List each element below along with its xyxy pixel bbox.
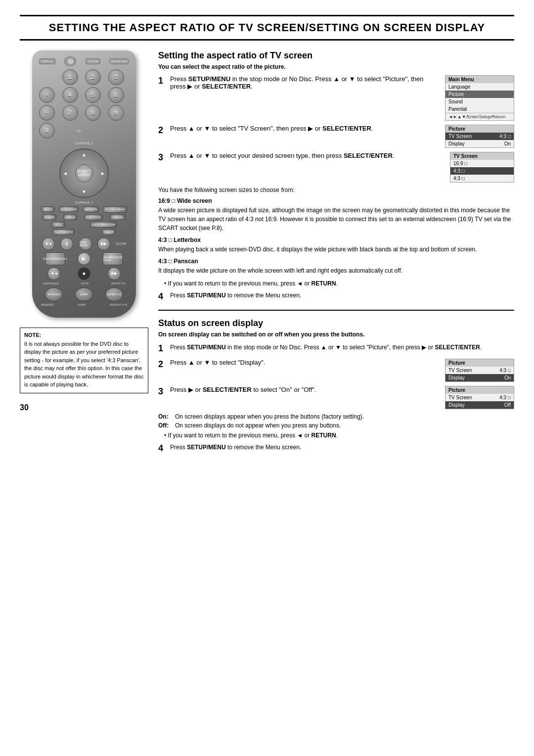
- num1-button[interactable]: 1: [62, 69, 78, 85]
- marker-button[interactable]: MARKER: [45, 287, 63, 301]
- num6-button[interactable]: 6: [108, 87, 124, 103]
- slow-rev-button[interactable]: ◄◄: [42, 237, 55, 250]
- letterbox-title: 4:3 □ Letterbox: [158, 236, 514, 243]
- s2-step1-text: Press SETUP/MENU in the stop mode or No …: [170, 343, 514, 352]
- play-button[interactable]: ▶: [78, 252, 90, 265]
- remote-container: DISPLAY ⏻ TV/DVD DVD INCLUDE 1 2 3 + 4 5: [20, 50, 148, 318]
- slow-fwd-button[interactable]: ▶▶: [97, 237, 110, 250]
- s2-step4-num: 4: [158, 443, 166, 454]
- s2-step3: 3 Press ▶ or SELECT/ENTER to select "On"…: [158, 386, 514, 409]
- power-button[interactable]: ⏻: [64, 56, 76, 66]
- num2-button[interactable]: 2: [85, 69, 101, 85]
- jump-button[interactable]: JUMP: [75, 287, 93, 301]
- audio-button[interactable]: AUDIO: [43, 214, 56, 220]
- skip-hold-label: SKIP/HOLD: [43, 282, 59, 285]
- note-section: NOTE: It is not always possible for the …: [20, 328, 148, 393]
- angle-button[interactable]: ANGLE: [63, 214, 77, 220]
- picture-menu-title: Picture: [445, 125, 514, 133]
- num0-button[interactable]: 0: [39, 123, 55, 139]
- page-number: 30: [20, 403, 148, 412]
- stop-label: STOP: [81, 282, 89, 285]
- search-reveal-button[interactable]: SEARCH/REVEAL: [45, 252, 65, 265]
- picture-menu-box: Picture TV Screen 4:3 □ Display On: [445, 125, 514, 148]
- volume-minus-button[interactable]: −: [39, 105, 55, 121]
- letterbox-desc: When playing back a wide screen-DVD disc…: [158, 245, 514, 254]
- section-display: Status on screen display On screen displ…: [158, 318, 514, 454]
- return-bullet: If you want to return to the previous me…: [158, 279, 514, 288]
- num5-button[interactable]: 5: [85, 87, 101, 103]
- page-title: SETTING THE ASPECT RATIO OF TV SCREEN/SE…: [20, 21, 514, 34]
- off-desc: On screen displays do not appear when yo…: [175, 422, 341, 429]
- text-mix-tv-button[interactable]: TEXT/MIX/TV: [52, 229, 75, 235]
- nav-circle: ▲ ▼ ◄ ► SELECT/ ENTER: [59, 148, 109, 198]
- main-menu-nav: ◄►▲▼/Enter/Setup/Return: [445, 113, 514, 120]
- fwd-button[interactable]: ▶▶: [108, 267, 121, 280]
- tv-screen-box: TV Screen 16:9 □ 4:3 □ 4:3 □: [450, 152, 514, 183]
- section2-title: Status on screen display: [158, 318, 514, 329]
- nav-left-button[interactable]: ◄: [63, 171, 68, 176]
- play-mode-button[interactable]: PLAY MODE: [79, 237, 92, 250]
- quick-view-zoom-button[interactable]: QUICK VIEW/ZOOM: [90, 222, 117, 228]
- picture3-menu-title: Picture: [445, 386, 514, 394]
- select-enter-button[interactable]: SELECT/ ENTER: [75, 164, 93, 182]
- step4-text: Press SETUP/MENU to remove the Menu scre…: [170, 291, 514, 300]
- num3-button[interactable]: 3: [108, 69, 124, 85]
- step2-num: 2: [158, 125, 166, 136]
- picture3-menu-box: Picture TV Screen 4:3 □ Display Off: [445, 386, 514, 409]
- menu-language: Language: [445, 83, 514, 91]
- tv-dvd-button[interactable]: TV/DVD: [86, 58, 100, 64]
- note-title: NOTE:: [24, 332, 144, 338]
- picture2-menu-box: Picture TV Screen 4:3 □ Display On: [445, 359, 514, 382]
- letterbox-section: 4:3 □ Letterbox When playing back a wide…: [158, 236, 514, 254]
- pause-button[interactable]: ⏸: [60, 237, 73, 250]
- picture2-tv-screen-row: TV Screen 4:3 □: [445, 367, 514, 374]
- nav-down-button[interactable]: ▼: [82, 189, 87, 194]
- step3: 3 Press ▲ or ▼ to select your desired sc…: [158, 152, 514, 183]
- on-desc: On screen displays appear when you press…: [175, 413, 364, 420]
- title-button[interactable]: TITLE: [51, 222, 65, 228]
- num9-button[interactable]: 9: [108, 105, 124, 121]
- num8-button[interactable]: 8: [85, 105, 101, 121]
- dvd-menu-button[interactable]: DVD MENU: [59, 206, 79, 212]
- slow-label: SLOW: [116, 242, 127, 245]
- s2-step2-text: Press ▲ or ▼ to select "Display".: [170, 359, 440, 366]
- right-column: Setting the aspect ratio of TV screen Yo…: [158, 50, 514, 458]
- section1-subtitle: You can select the aspect ratio of the p…: [158, 63, 514, 70]
- num4-button[interactable]: 4: [62, 87, 78, 103]
- step4-num: 4: [158, 291, 166, 302]
- return-button[interactable]: RETURN: [83, 206, 99, 212]
- search-sub-page-button[interactable]: SEARCH/SUB PAGE: [103, 252, 123, 265]
- stop-button[interactable]: ■: [78, 267, 90, 280]
- sub-title-button[interactable]: SUB TITLE: [84, 214, 103, 220]
- rev-button[interactable]: ◄◄: [47, 267, 60, 280]
- display-button[interactable]: DISPLAY: [39, 58, 55, 64]
- chip-page-up-label: CH/PAGE ∧: [37, 142, 131, 145]
- s2-step2: 2 Press ▲ or ▼ to select "Display". Pict…: [158, 359, 514, 382]
- repeat-ab-label: REPEAT A-B: [110, 303, 127, 306]
- main-menu-title: Main Menu: [445, 76, 514, 83]
- step1-text: Press SETUP/MENU in the stop mode or No …: [170, 75, 440, 90]
- volume-plus-button[interactable]: +: [39, 87, 55, 103]
- widescreen-desc: A wide screen picture is displayed full …: [158, 206, 514, 233]
- cancel-button[interactable]: CANCEL: [110, 214, 126, 220]
- picture2-display-row: Display On: [445, 374, 514, 381]
- num7-button[interactable]: 7: [62, 105, 78, 121]
- nav-up-button[interactable]: ▲: [82, 152, 87, 157]
- sleep-button[interactable]: SLEEP: [102, 229, 116, 235]
- setup-menu-button[interactable]: SETUP/ MENU: [103, 206, 127, 213]
- menu-parental: Parental: [445, 105, 514, 113]
- jump-label: JUMP: [78, 303, 86, 306]
- panscan-section: 4:3 □ Panscan It displays the wide pictu…: [158, 258, 514, 275]
- note-text: It is not always possible for the DVD di…: [24, 340, 144, 389]
- panscan-desc: It displays the wide picture on the whol…: [158, 266, 514, 275]
- s2-step1: 1 Press SETUP/MENU in the stop mode or N…: [158, 343, 514, 354]
- picture3-tv-screen-row: TV Screen 4:3 □: [445, 394, 514, 401]
- main-menu-box: Main Menu Language Picture Sound Parenta…: [445, 75, 514, 121]
- repeat-ab-button[interactable]: REPEAT A-B: [105, 287, 123, 301]
- nav-right-button[interactable]: ►: [100, 171, 105, 176]
- mute-button[interactable]: MUTE: [41, 206, 55, 212]
- panscan-title: 4:3 □ Panscan: [158, 258, 514, 265]
- tv-screen-title: TV Screen: [450, 152, 514, 160]
- dvd-include-button[interactable]: DVD INCLUDE: [109, 58, 129, 64]
- page: SETTING THE ASPECT RATIO OF TV SCREEN/SE…: [0, 0, 534, 756]
